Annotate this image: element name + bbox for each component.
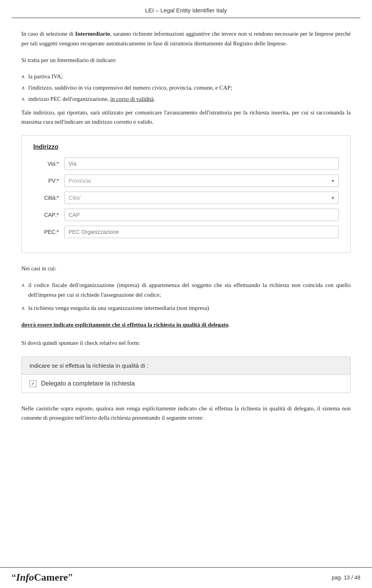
page-header: LEI – Legal Entity Identifier Italy bbox=[12, 0, 360, 18]
pec-input[interactable] bbox=[64, 226, 339, 238]
via-row: Via:* bbox=[33, 157, 339, 170]
header-title: LEI – Legal Entity Identifier Italy bbox=[145, 7, 227, 14]
pec-label: PEC:* bbox=[33, 229, 64, 235]
pv-select-wrapper: Provincia bbox=[64, 175, 339, 187]
intermediario-bold: Intermediario bbox=[75, 31, 110, 37]
delegato-option[interactable]: ✓ Delegato a completare la richiesta bbox=[22, 375, 350, 393]
bullet-icon: ∧ bbox=[21, 84, 25, 92]
citta-label: Città:* bbox=[33, 195, 64, 201]
pv-label: PV:* bbox=[33, 178, 64, 184]
bullet-icon: ∧ bbox=[21, 95, 25, 103]
bullet-icon: ∧ bbox=[21, 304, 25, 312]
delegato-section: Indicare se si effettua la richiesta in … bbox=[21, 356, 351, 393]
delegato-header: Indicare se si effettua la richiesta in … bbox=[22, 357, 350, 375]
final-text: Nelle casistiche sopra esposte, qualora … bbox=[21, 404, 351, 423]
intermediario-list: ∧ la partiva IVA; ∧ l'indirizzo, suddivi… bbox=[21, 72, 351, 104]
bullet-icon: ∧ bbox=[21, 73, 25, 81]
check-mark-icon: ✓ bbox=[31, 380, 35, 386]
pec-row: PEC:* bbox=[33, 226, 339, 238]
delegato-must-text: dovrà essere indicato esplicitamente che… bbox=[21, 320, 351, 330]
intro-paragraph: In caso di selezione di Intermediario, s… bbox=[21, 29, 351, 48]
cap-row: CAP:* bbox=[33, 209, 339, 221]
delegato-bold-underline: dovrà essere indicato esplicitamente che… bbox=[21, 322, 229, 328]
nei-casi-title: Nei casi in cui: bbox=[21, 264, 351, 273]
footer-logo: “ Info Camere ” bbox=[12, 572, 72, 583]
logo-camere: Camere bbox=[34, 572, 68, 583]
list-item-text: la partiva IVA; bbox=[28, 72, 351, 81]
list-item-text: il codice fiscale dell'organizzazione (i… bbox=[28, 280, 351, 300]
logo-close-quote: ” bbox=[68, 572, 72, 583]
via-label: Via:* bbox=[33, 161, 64, 167]
list-item: ∧ la partiva IVA; bbox=[21, 72, 351, 81]
citta-select-wrapper: Citta' bbox=[64, 192, 339, 204]
delegato-label: Delegato a completare la richiesta bbox=[41, 380, 135, 387]
page-number: pag. 13 / 48 bbox=[332, 574, 360, 581]
nei-casi-list: ∧ il codice fiscale dell'organizzazione … bbox=[21, 280, 351, 313]
cap-label: CAP:* bbox=[33, 212, 64, 218]
bullet-icon: ∧ bbox=[21, 281, 25, 289]
pv-select[interactable]: Provincia bbox=[64, 175, 339, 187]
continuation-text: Tale indirizzo, qui riportato, sarà util… bbox=[21, 108, 351, 127]
via-input[interactable] bbox=[64, 157, 339, 170]
form-title: Indirizzo bbox=[33, 144, 339, 150]
nei-casi-section: Nei casi in cui: ∧ il codice fiscale del… bbox=[21, 264, 351, 313]
logo-open-quote: “ bbox=[12, 572, 16, 583]
list-item: ∧ il codice fiscale dell'organizzazione … bbox=[21, 280, 351, 300]
list-item-text: la richiesta venga eseguita da una organ… bbox=[28, 303, 351, 313]
list-item-text: l'indirizzo, suddiviso in via comprensiv… bbox=[28, 83, 351, 93]
list-intro: Si tratta per un Intermediario di indica… bbox=[21, 55, 351, 65]
page-footer: “ Info Camere ” pag. 13 / 48 bbox=[0, 567, 372, 588]
pv-row: PV:* Provincia bbox=[33, 175, 339, 187]
spuntare-text: Si dovrà quindi spuntare il check relati… bbox=[21, 338, 351, 348]
list-item: ∧ indirizzo PEC dell'organizzazione, in … bbox=[21, 94, 351, 104]
delegato-checkbox[interactable]: ✓ bbox=[29, 380, 36, 387]
list-item: ∧ la richiesta venga eseguita da una org… bbox=[21, 303, 351, 313]
address-form: Indirizzo Via:* PV:* Provincia Città:* C… bbox=[21, 135, 351, 253]
cap-input[interactable] bbox=[64, 209, 339, 221]
citta-row: Città:* Citta' bbox=[33, 192, 339, 204]
list-item: ∧ l'indirizzo, suddiviso in via comprens… bbox=[21, 83, 351, 93]
logo-info: Info bbox=[16, 572, 34, 583]
citta-select[interactable]: Citta' bbox=[64, 192, 339, 204]
list-item-text: indirizzo PEC dell'organizzazione, in co… bbox=[28, 94, 351, 104]
